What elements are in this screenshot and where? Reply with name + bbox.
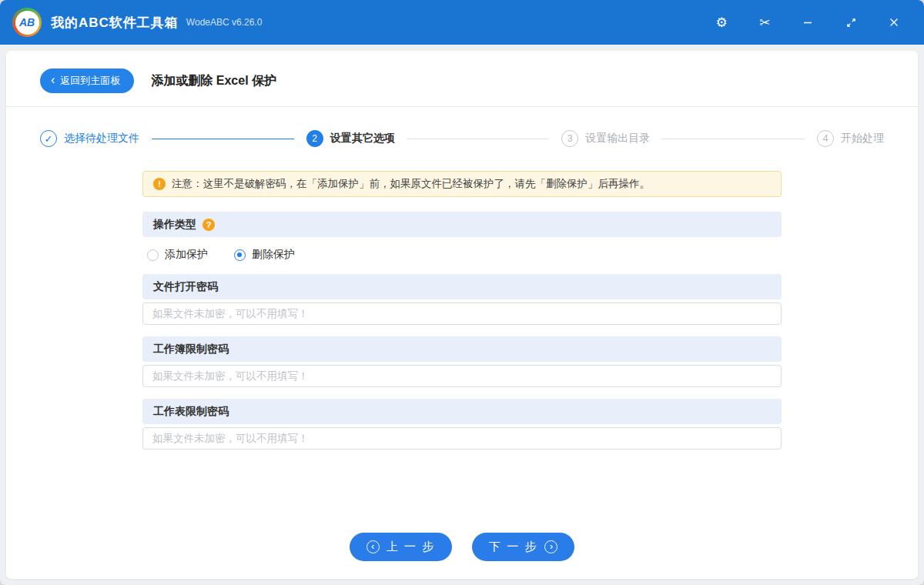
wizard-footer: ‹ 上 一 步 下 一 步 ›: [6, 533, 918, 579]
back-to-dashboard-button[interactable]: ‹ 返回到主面板: [40, 69, 134, 93]
step-3-number: 3: [561, 130, 578, 147]
next-step-label: 下 一 步: [489, 540, 537, 554]
page-header: ‹ 返回到主面板 添加或删除 Excel 保护: [6, 51, 918, 107]
chevron-left-icon: ‹: [51, 74, 55, 86]
notice-text: 注意：这里不是破解密码，在「添加保护」前，如果原文件已经被保护了，请先「删除保护…: [172, 177, 650, 191]
step-connector: [662, 139, 805, 139]
app-logo: AB: [12, 8, 42, 37]
step-connector: [152, 139, 294, 139]
warning-icon: !: [153, 178, 166, 190]
minimize-button[interactable]: [795, 9, 821, 35]
app-logo-text: AB: [15, 11, 39, 35]
step-2: 2 设置其它选项: [306, 130, 395, 147]
step-2-number: 2: [306, 130, 323, 147]
step-4-number: 4: [817, 130, 834, 147]
step-progress: ✓ 选择待处理文件 2 设置其它选项 3 设置输出目录 4 开始处理: [6, 107, 918, 152]
next-arrow-icon: ›: [544, 540, 557, 553]
open-password-input[interactable]: [142, 303, 782, 325]
field-open-password: 文件打开密码: [142, 274, 782, 325]
radio-checked-icon: [234, 249, 246, 261]
app-version: WodeABC v6.26.0: [186, 17, 263, 28]
back-button-label: 返回到主面板: [60, 74, 120, 88]
step-4-label: 开始处理: [841, 132, 884, 145]
scissors-icon[interactable]: ✂: [752, 9, 778, 35]
step-4: 4 开始处理: [817, 130, 884, 147]
operation-type-label: 操作类型: [153, 218, 196, 232]
titlebar: AB 我的ABC软件工具箱 WodeABC v6.26.0 ⚙ ✂: [0, 0, 924, 45]
operation-type-options: 添加保护 删除保护: [142, 237, 782, 274]
main-card: ‹ 返回到主面板 添加或删除 Excel 保护 ✓ 选择待处理文件 2 设置其它…: [6, 51, 918, 579]
radio-unchecked-icon: [147, 249, 159, 261]
operation-type-section: 操作类型 ?: [142, 212, 782, 237]
prev-step-label: 上 一 步: [387, 540, 435, 554]
app-window: AB 我的ABC软件工具箱 WodeABC v6.26.0 ⚙ ✂ ‹ 返回到主…: [0, 0, 924, 585]
step-3: 3 设置输出目录: [561, 130, 650, 147]
worksheet-password-label: 工作表限制密码: [142, 399, 782, 424]
step-3-label: 设置输出目录: [585, 132, 650, 145]
close-button[interactable]: [881, 9, 907, 35]
help-icon[interactable]: ?: [203, 219, 215, 231]
step-2-label: 设置其它选项: [330, 132, 395, 145]
step-1-check-icon: ✓: [40, 130, 57, 147]
field-workbook-password: 工作簿限制密码: [142, 336, 782, 387]
resize-button[interactable]: [838, 9, 864, 35]
prev-step-button[interactable]: ‹ 上 一 步: [350, 533, 452, 561]
step-1-label: 选择待处理文件: [64, 132, 139, 145]
prev-arrow-icon: ‹: [367, 540, 380, 553]
radio-add-protection[interactable]: 添加保护: [147, 248, 208, 262]
notice-banner: ! 注意：这里不是破解密码，在「添加保护」前，如果原文件已经被保护了，请先「删除…: [142, 171, 782, 197]
form-content: ! 注意：这里不是破解密码，在「添加保护」前，如果原文件已经被保护了，请先「删除…: [142, 171, 782, 533]
step-1: ✓ 选择待处理文件: [40, 130, 139, 147]
field-worksheet-password: 工作表限制密码: [142, 399, 782, 450]
open-password-label: 文件打开密码: [142, 274, 782, 299]
radio-remove-protection[interactable]: 删除保护: [234, 248, 295, 262]
workbook-password-input[interactable]: [142, 365, 782, 387]
radio-remove-label: 删除保护: [252, 248, 295, 262]
page-title: 添加或删除 Excel 保护: [151, 73, 276, 89]
workbook-password-label: 工作簿限制密码: [142, 336, 782, 362]
step-connector: [407, 139, 550, 139]
settings-gear-icon[interactable]: ⚙: [708, 9, 735, 35]
app-title: 我的ABC软件工具箱: [51, 14, 179, 32]
worksheet-password-input[interactable]: [142, 427, 782, 450]
radio-add-label: 添加保护: [165, 248, 208, 262]
next-step-button[interactable]: 下 一 步 ›: [472, 533, 574, 561]
